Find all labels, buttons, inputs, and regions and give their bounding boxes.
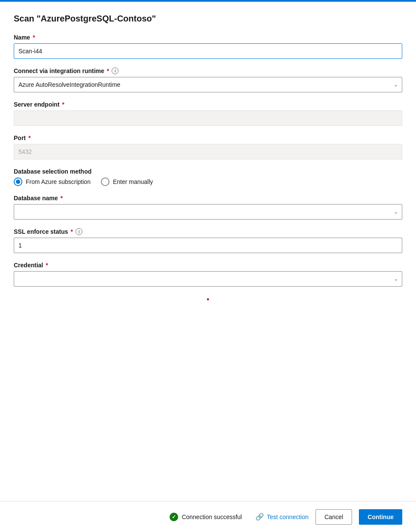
credential-select-wrapper: ⌄: [14, 271, 402, 287]
name-required-star: *: [33, 34, 35, 41]
server-endpoint-label: Server endpoint *: [14, 101, 402, 108]
radio-option-azure[interactable]: From Azure subscription: [14, 177, 91, 186]
ssl-enforce-required-star: *: [71, 228, 73, 235]
connection-status-text: Connection successful: [182, 514, 242, 520]
database-name-required-star: *: [61, 195, 63, 202]
port-input[interactable]: [14, 144, 402, 159]
port-required-star: *: [28, 135, 30, 141]
integration-runtime-select[interactable]: Azure AutoResolveIntegrationRuntime: [14, 77, 402, 92]
credential-field-group: Credential * ⌄: [14, 262, 402, 287]
server-endpoint-required-star: *: [62, 101, 64, 108]
database-name-label: Database name *: [14, 195, 402, 202]
dot-indicator: •: [14, 295, 402, 304]
radio-label-azure: From Azure subscription: [26, 178, 91, 185]
database-selection-radio-group: From Azure subscription Enter manually: [14, 177, 402, 186]
integration-runtime-info-icon: i: [112, 67, 118, 74]
ssl-enforce-info-icon: i: [76, 228, 82, 235]
continue-button[interactable]: Continue: [359, 509, 402, 525]
database-name-select-wrapper: ⌄: [14, 204, 402, 220]
name-field-group: Name *: [14, 34, 402, 59]
ssl-enforce-input[interactable]: [14, 238, 402, 253]
success-icon: ✓: [170, 513, 178, 521]
integration-runtime-field-group: Connect via integration runtime * i Azur…: [14, 67, 402, 92]
radio-circle-manual: [101, 177, 109, 186]
name-input[interactable]: [14, 43, 402, 59]
name-label: Name *: [14, 34, 402, 41]
credential-required-star: *: [46, 262, 48, 269]
database-name-field-group: Database name * ⌄: [14, 195, 402, 220]
port-field-group: Port *: [14, 135, 402, 159]
port-label: Port *: [14, 135, 402, 141]
footer-right: 🔗 Test connection Cancel Continue: [255, 509, 402, 525]
radio-label-manual: Enter manually: [113, 178, 153, 185]
integration-runtime-label: Connect via integration runtime * i: [14, 67, 402, 74]
database-selection-label: Database selection method: [14, 168, 402, 175]
radio-circle-azure: [14, 177, 22, 186]
integration-runtime-required-star: *: [107, 67, 109, 74]
radio-option-manual[interactable]: Enter manually: [101, 177, 153, 186]
cancel-button[interactable]: Cancel: [316, 509, 352, 525]
database-selection-field-group: Database selection method From Azure sub…: [14, 168, 402, 186]
integration-runtime-select-wrapper: Azure AutoResolveIntegrationRuntime ⌄: [14, 77, 402, 92]
ssl-enforce-label: SSL enforce status * i: [14, 228, 402, 235]
credential-select[interactable]: [14, 271, 402, 287]
connection-status: ✓ Connection successful: [170, 513, 242, 521]
page-title: Scan "AzurePostgreSQL-Contoso": [14, 14, 402, 24]
server-endpoint-input[interactable]: [14, 110, 402, 126]
server-endpoint-field-group: Server endpoint *: [14, 101, 402, 126]
form-container: Scan "AzurePostgreSQL-Contoso" Name * Co…: [0, 2, 416, 532]
test-connection-icon: 🔗: [255, 513, 264, 521]
database-name-select[interactable]: [14, 204, 402, 220]
footer: ✓ Connection successful 🔗 Test connectio…: [0, 501, 416, 532]
test-connection-button[interactable]: 🔗 Test connection: [255, 513, 308, 521]
credential-label: Credential *: [14, 262, 402, 269]
ssl-enforce-field-group: SSL enforce status * i: [14, 228, 402, 253]
